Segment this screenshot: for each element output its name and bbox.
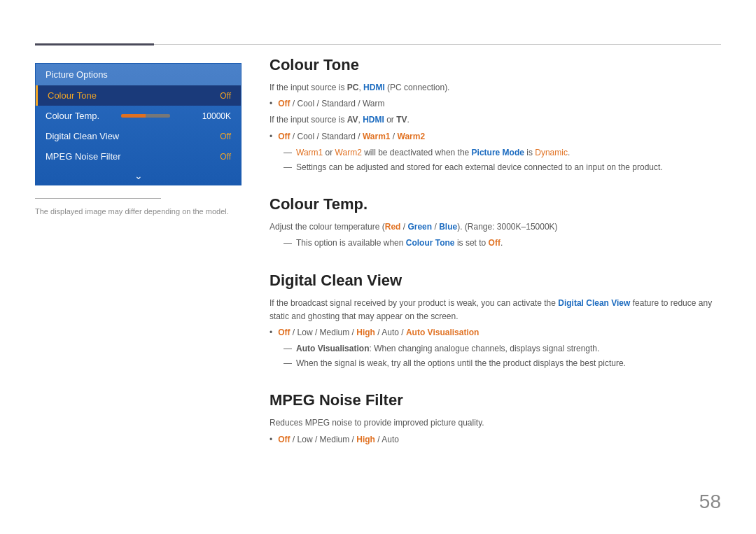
digital-clean-view-indent-2: — When the signal is weak, try all the o…: [270, 357, 721, 370]
top-bar-line: [154, 44, 721, 45]
digital-clean-view-label: Digital Clean View: [46, 131, 119, 141]
dash-icon-5: —: [284, 357, 292, 370]
digital-clean-view-note-1: Auto Visualisation: When changing analog…: [296, 342, 599, 356]
mpeg-noise-filter-label: MPEG Noise Filter: [46, 151, 121, 162]
top-bar: [35, 43, 721, 45]
chevron-down-icon[interactable]: ⌄: [36, 167, 241, 185]
temp-bar-container: [121, 114, 194, 118]
section-colour-temp: Colour Temp. Adjust the colour temperatu…: [270, 195, 721, 250]
digital-clean-view-body: If the broadcast signal received by your…: [270, 297, 721, 371]
colour-tone-indent-1: — Warm1 or Warm2 will be deactivated whe…: [270, 146, 721, 160]
colour-tone-bullet-1: • Off / Cool / Standard / Warm: [270, 97, 721, 111]
colour-tone-options-av: Off / Cool / Standard / Warm1 / Warm2: [278, 130, 425, 143]
colour-tone-value: Off: [220, 91, 231, 101]
colour-temp-value: 10000K: [202, 111, 231, 121]
bullet-dot-2: •: [270, 130, 272, 143]
colour-tone-label: Colour Tone: [48, 90, 97, 101]
colour-tone-note-1: Warm1 or Warm2 will be deactivated when …: [296, 146, 570, 160]
colour-tone-body: If the input source is PC, HDMI (PC conn…: [270, 81, 721, 174]
colour-temp-note: — This option is available when Colour T…: [270, 237, 721, 250]
bullet-dot-3: •: [270, 326, 272, 339]
picture-options-box: Picture Options Colour Tone Off Colour T…: [35, 63, 241, 185]
digital-clean-view-title: Digital Clean View: [270, 272, 721, 290]
top-bar-accent: [35, 43, 154, 45]
dash-icon-2: —: [284, 161, 292, 174]
page-number: 58: [699, 491, 721, 513]
digital-clean-view-bullet: • Off / Low / Medium / High / Auto / Aut…: [270, 326, 721, 339]
digital-clean-view-options: Off / Low / Medium / High / Auto / Auto …: [278, 326, 479, 339]
divider: [35, 198, 161, 199]
dash-icon-3: —: [284, 237, 292, 250]
bullet-dot: •: [270, 97, 272, 111]
digital-clean-view-p1: If the broadcast signal received by your…: [270, 297, 721, 323]
menu-item-colour-tone[interactable]: Colour Tone Off: [36, 85, 241, 106]
menu-item-mpeg-noise-filter[interactable]: MPEG Noise Filter Off: [36, 146, 241, 167]
mpeg-noise-filter-bullet: • Off / Low / Medium / High / Auto: [270, 433, 721, 447]
colour-temp-note-text: This option is available when Colour Ton…: [296, 237, 503, 250]
mpeg-noise-filter-body: Reduces MPEG noise to provide improved p…: [270, 416, 721, 446]
right-content: Colour Tone If the input source is PC, H…: [270, 56, 721, 468]
section-colour-tone: Colour Tone If the input source is PC, H…: [270, 56, 721, 174]
digital-clean-view-value: Off: [220, 132, 231, 141]
digital-clean-view-note-2: When the signal is weak, try all the opt…: [296, 357, 626, 370]
menu-item-colour-temp[interactable]: Colour Temp. 10000K: [36, 106, 241, 126]
note-text: The displayed image may differ depending…: [35, 206, 241, 218]
left-panel: Picture Options Colour Tone Off Colour T…: [35, 63, 241, 218]
temp-bar: [121, 114, 170, 118]
colour-tone-p1: If the input source is PC, HDMI (PC conn…: [270, 81, 721, 94]
colour-tone-indent-2: — Settings can be adjusted and stored fo…: [270, 161, 721, 174]
mpeg-noise-filter-title: MPEG Noise Filter: [270, 391, 721, 409]
dash-icon: —: [284, 146, 292, 160]
colour-temp-body: Adjust the colour temperature (Red / Gre…: [270, 220, 721, 250]
colour-tone-p2: If the input source is AV, HDMI or TV.: [270, 113, 721, 127]
colour-temp-p1: Adjust the colour temperature (Red / Gre…: [270, 220, 721, 234]
colour-tone-title: Colour Tone: [270, 56, 721, 74]
colour-tone-options-pc: Off / Cool / Standard / Warm: [278, 97, 384, 111]
mpeg-noise-filter-value: Off: [220, 152, 231, 162]
digital-clean-view-indent-1: — Auto Visualisation: When changing anal…: [270, 342, 721, 356]
colour-tone-bullet-2: • Off / Cool / Standard / Warm1 / Warm2: [270, 130, 721, 143]
mpeg-noise-filter-options: Off / Low / Medium / High / Auto: [278, 433, 399, 447]
colour-temp-label: Colour Temp.: [46, 111, 115, 121]
menu-item-digital-clean-view[interactable]: Digital Clean View Off: [36, 126, 241, 146]
bullet-dot-4: •: [270, 433, 272, 447]
section-mpeg-noise-filter: MPEG Noise Filter Reduces MPEG noise to …: [270, 391, 721, 446]
dash-icon-4: —: [284, 342, 292, 356]
picture-options-title: Picture Options: [36, 64, 241, 85]
colour-tone-note-2: Settings can be adjusted and stored for …: [296, 161, 663, 174]
mpeg-noise-filter-p1: Reduces MPEG noise to provide improved p…: [270, 416, 721, 430]
section-digital-clean-view: Digital Clean View If the broadcast sign…: [270, 272, 721, 371]
colour-temp-title: Colour Temp.: [270, 195, 721, 213]
